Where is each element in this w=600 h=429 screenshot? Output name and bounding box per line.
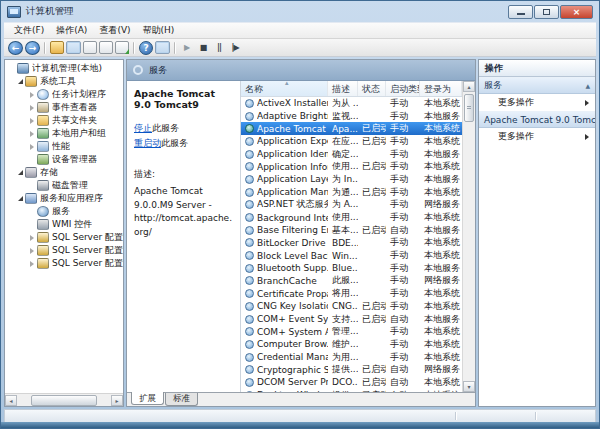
- service-row[interactable]: Cryptographic S... 提供... 已启动 自动 网络服务: [241, 363, 462, 376]
- restart-service-icon[interactable]: |▶: [228, 41, 242, 54]
- tree-item[interactable]: 设备管理器: [5, 153, 123, 166]
- toolbar-separator[interactable]: [133, 42, 135, 54]
- start-service-icon[interactable]: ▶: [180, 41, 194, 54]
- tree-item[interactable]: 计算机管理(本地): [5, 62, 123, 75]
- tree-item[interactable]: SQL Server 配置管理器: [5, 257, 123, 270]
- tree-item[interactable]: SQL Server 配置管理器: [5, 244, 123, 257]
- tree-item[interactable]: 服务和应用程序: [5, 192, 123, 205]
- service-row[interactable]: Block Level Back... Win... 手动 本地系统: [241, 249, 462, 262]
- column-header-name[interactable]: 名称 ▴: [241, 81, 328, 96]
- tree-expander-icon[interactable]: [15, 79, 25, 84]
- service-row[interactable]: Application Man... 为通... 已启动 手动 本地系统: [241, 186, 462, 199]
- tree-expander-icon[interactable]: [15, 196, 25, 201]
- tree-item[interactable]: 性能: [5, 140, 123, 153]
- service-row[interactable]: CNG Key Isolation CNG... 已启动 手动 本地系统: [241, 300, 462, 313]
- scroll-down-icon[interactable]: ▾: [463, 381, 475, 392]
- service-row[interactable]: ASP.NET 状态服务 为 A... 手动 网络服务: [241, 199, 462, 212]
- export-list-icon[interactable]: [115, 41, 129, 54]
- tree-expander-icon[interactable]: [27, 118, 37, 124]
- tree-item[interactable]: 服务: [5, 205, 123, 218]
- tree-item[interactable]: 事件查看器: [5, 101, 123, 114]
- show-action-pane-icon[interactable]: [155, 41, 170, 54]
- tree-item[interactable]: 任务计划程序: [5, 88, 123, 101]
- tree-expander-icon[interactable]: [27, 92, 37, 98]
- menu-item[interactable]: 帮助(H): [137, 24, 181, 37]
- tree-item[interactable]: WMI 控件: [5, 218, 123, 231]
- tree-horizontal-scrollbar[interactable]: ◂ ▸: [5, 393, 123, 406]
- tree-expander-icon[interactable]: [27, 235, 37, 241]
- list-vertical-scrollbar[interactable]: ▴ ▾: [462, 81, 475, 392]
- scrollbar-thumb[interactable]: [31, 395, 97, 406]
- toolbar-separator[interactable]: [174, 42, 176, 54]
- tree-expander-icon[interactable]: [27, 261, 37, 267]
- service-row[interactable]: DCOM Server Pr... DCO... 已启动 自动 本地系统: [241, 376, 462, 389]
- service-row[interactable]: BitLocker Drive ... BDE... 手动 本地系统: [241, 237, 462, 250]
- menu-item[interactable]: 查看(V): [93, 24, 136, 37]
- menu-item[interactable]: 文件(F): [8, 24, 50, 37]
- scroll-up-icon[interactable]: ▴: [463, 81, 475, 92]
- column-header-startup-type[interactable]: 启动类型: [386, 81, 420, 96]
- help-icon[interactable]: ?: [139, 41, 153, 55]
- collapse-icon[interactable]: ▲: [585, 82, 590, 89]
- service-row[interactable]: BranchCache 此服... 手动 网络服务: [241, 275, 462, 288]
- up-folder-icon[interactable]: [50, 41, 64, 54]
- tree-expander-icon[interactable]: [27, 248, 37, 254]
- tree-item[interactable]: 系统工具: [5, 75, 123, 88]
- show-console-tree-icon[interactable]: [66, 41, 81, 54]
- service-status: 已启动: [358, 300, 386, 313]
- service-row[interactable]: Background Inte... 使用... 手动 本地系统: [241, 211, 462, 224]
- service-row[interactable]: COM+ Event Sys... 支持... 已启动 自动 本地服务: [241, 313, 462, 326]
- service-row[interactable]: Application Iden... 确定... 手动 本地服务: [241, 148, 462, 161]
- tree-expander-icon[interactable]: [27, 131, 37, 137]
- more-actions-services[interactable]: 更多操作: [479, 94, 595, 111]
- toolbar-separator[interactable]: [44, 42, 46, 54]
- scroll-right-icon[interactable]: ▸: [111, 395, 123, 406]
- refresh-doc-icon[interactable]: [99, 41, 113, 54]
- maximize-button[interactable]: [534, 5, 559, 19]
- service-row[interactable]: Computer Brow... 维护... 手动 本地系统: [241, 338, 462, 351]
- minimize-button[interactable]: [508, 5, 533, 19]
- tab-standard[interactable]: 标准: [165, 393, 198, 406]
- column-header-description[interactable]: 描述: [328, 81, 358, 96]
- tree-item[interactable]: 磁盘管理: [5, 179, 123, 192]
- stop-service-link[interactable]: 停止: [134, 123, 152, 133]
- service-row[interactable]: Certificate Propa... 将用... 手动 本地系统: [241, 287, 462, 300]
- back-icon[interactable]: ←: [8, 41, 23, 55]
- service-row[interactable]: Base Filtering En... 基本... 已启动 自动 本地服务: [241, 224, 462, 237]
- service-row[interactable]: Bluetooth Supp... Blue... 手动 本地服务: [241, 262, 462, 275]
- column-header-logon-as[interactable]: 登录为: [420, 81, 462, 96]
- actions-section-services[interactable]: 服务 ▲: [479, 77, 595, 94]
- service-row[interactable]: Adaptive Brightn... 监视... 手动 本地服务: [241, 110, 462, 123]
- scroll-left-icon[interactable]: ◂: [5, 395, 17, 406]
- scrollbar-thumb[interactable]: [464, 94, 474, 122]
- service-row[interactable]: COM+ System A... 管理... 手动 本地系统: [241, 325, 462, 338]
- tree-item-icon: [25, 167, 37, 178]
- service-row[interactable]: Credential Mana... 为用... 手动 本地系统: [241, 351, 462, 364]
- tree-expander-icon[interactable]: [27, 144, 37, 150]
- service-startup-type: 手动: [386, 300, 420, 313]
- service-row[interactable]: Application Laye... 为 In... 手动 本地服务: [241, 173, 462, 186]
- properties-doc-icon[interactable]: [83, 41, 97, 54]
- tree-item[interactable]: 存储: [5, 166, 123, 179]
- tree-item[interactable]: 本地用户和组: [5, 127, 123, 140]
- menu-item[interactable]: 操作(A): [50, 24, 93, 37]
- restart-service-suffix: 此服务: [161, 138, 188, 148]
- restart-service-link[interactable]: 重启动: [134, 138, 161, 148]
- tree-expander-icon[interactable]: [15, 170, 25, 175]
- tree-item[interactable]: 共享文件夹: [5, 114, 123, 127]
- tree-item[interactable]: SQL Server 配置管理器: [5, 231, 123, 244]
- service-row[interactable]: Apache Tomcat ... Apa... 已启动 手动 本地系统: [241, 122, 462, 135]
- service-row[interactable]: Application Infor... 使用... 已启动 手动 本地系统: [241, 160, 462, 173]
- tree-expander-icon[interactable]: [27, 105, 37, 111]
- service-row[interactable]: Application Expe... 在应... 已启动 手动 本地系统: [241, 135, 462, 148]
- close-button[interactable]: ×: [560, 5, 593, 19]
- forward-icon[interactable]: →: [25, 41, 40, 55]
- actions-section-apache-tomcat[interactable]: Apache Tomcat 9.0 Tomc... ▲: [479, 111, 595, 128]
- tab-extended[interactable]: 扩展: [131, 392, 164, 405]
- stop-service-icon[interactable]: ■: [196, 41, 210, 54]
- column-header-status[interactable]: 状态: [358, 81, 386, 96]
- pause-service-icon[interactable]: ||: [212, 41, 226, 54]
- service-row[interactable]: ActiveX Installer ... 为从 ... 手动 本地系统: [241, 97, 462, 110]
- more-actions-apache-tomcat[interactable]: 更多操作: [479, 128, 595, 145]
- title-bar[interactable]: 计算机管理 ×: [1, 1, 599, 22]
